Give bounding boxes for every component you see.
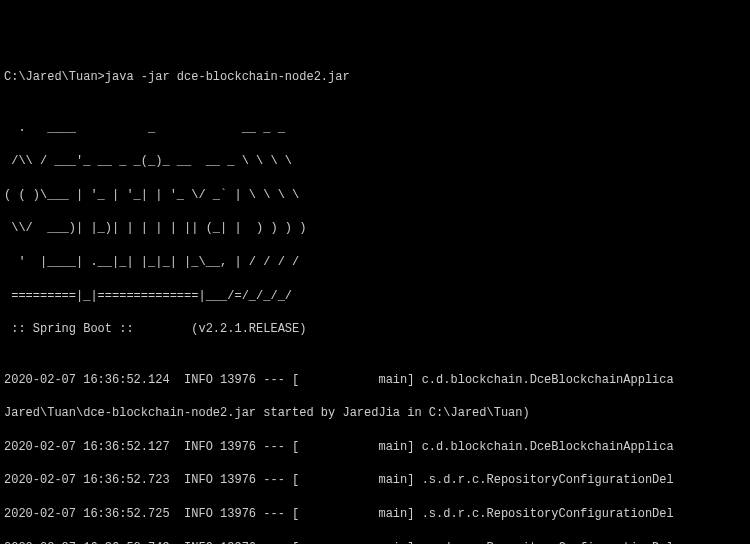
ascii-art-line-4: \\/ ___)| |_)| | | | | || (_| | ) ) ) ) (4, 220, 746, 237)
log-line-4: 2020-02-07 16:36:52.723 INFO 13976 --- [… (4, 472, 746, 489)
log-line-5: 2020-02-07 16:36:52.725 INFO 13976 --- [… (4, 506, 746, 523)
ascii-art-line-3: ( ( )\___ | '_ | '_| | '_ \/ _` | \ \ \ … (4, 187, 746, 204)
ascii-art-line-5: ' |____| .__|_| |_|_| |_\__, | / / / / (4, 254, 746, 271)
log-line-3: 2020-02-07 16:36:52.127 INFO 13976 --- [… (4, 439, 746, 456)
log-line-1: 2020-02-07 16:36:52.124 INFO 13976 --- [… (4, 372, 746, 389)
ascii-art-line-6: =========|_|==============|___/=/_/_/_/ (4, 288, 746, 305)
command-prompt: C:\Jared\Tuan>java -jar dce-blockchain-n… (4, 69, 746, 86)
log-line-6: 2020-02-07 16:36:52.749 INFO 13976 --- [… (4, 540, 746, 545)
log-line-2: Jared\Tuan\dce-blockchain-node2.jar star… (4, 405, 746, 422)
ascii-art-line-1: . ____ _ __ _ _ (4, 120, 746, 137)
spring-boot-version: :: Spring Boot :: (v2.2.1.RELEASE) (4, 321, 746, 338)
ascii-art-line-2: /\\ / ___'_ __ _ _(_)_ __ __ _ \ \ \ \ (4, 153, 746, 170)
